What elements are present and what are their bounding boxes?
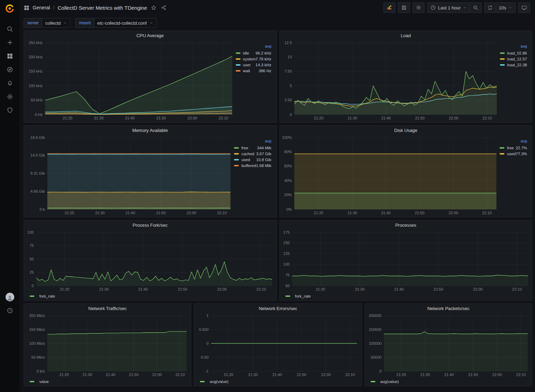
legend-series-load_2[interactable]: load_2 bbox=[507, 63, 519, 67]
svg-text:21:50: 21:50 bbox=[468, 373, 478, 377]
svg-text:250 kHz: 250 kHz bbox=[29, 41, 42, 45]
panel-title-process-fork[interactable]: Process Fork/sec bbox=[24, 220, 276, 230]
save-icon bbox=[401, 5, 407, 10]
save-dashboard-button[interactable] bbox=[398, 2, 410, 13]
cycle-view-mode-button[interactable] bbox=[518, 2, 530, 13]
zoom-out-button[interactable] bbox=[470, 2, 481, 13]
chart-load[interactable]: 12.5107.5052.50021:2021:3021:4021:5022:0… bbox=[281, 40, 500, 122]
legend-series-fork_rate[interactable]: fork_rate bbox=[295, 294, 311, 298]
panel-title-processes[interactable]: Processes bbox=[280, 220, 532, 230]
chart-svg: 250 kHz200 kHz150 kHz100 kHz50 kHz0 Hz21… bbox=[25, 40, 235, 122]
svg-text:20%: 20% bbox=[284, 193, 292, 197]
chart-svg: 200 Mb/s150 Mb/s100 Mb/s50 Mb/s0 b/s21:2… bbox=[25, 313, 189, 378]
svg-text:21:20: 21:20 bbox=[65, 211, 74, 215]
svg-text:21:50: 21:50 bbox=[156, 211, 166, 215]
svg-text:22:10: 22:10 bbox=[256, 287, 266, 291]
legend-series-load_1[interactable]: load_1 bbox=[507, 57, 519, 61]
sidebar-bottom: ? bbox=[2, 292, 17, 315]
svg-text:150 Mb/s: 150 Mb/s bbox=[29, 327, 45, 332]
svg-text:0: 0 bbox=[379, 369, 381, 373]
chevron-down-icon bbox=[463, 6, 467, 10]
legend-series-user[interactable]: user bbox=[243, 63, 251, 67]
panel-title-cpu-average[interactable]: CPU Average bbox=[24, 31, 276, 40]
panel-title-network-traffic[interactable]: Network Traffic/sec bbox=[24, 304, 191, 313]
variable-select-mount[interactable]: etc-collectd-collectd.conf bbox=[94, 18, 157, 28]
share-dashboard-button[interactable] bbox=[160, 4, 167, 11]
time-range-picker[interactable]: Last 1 hour bbox=[427, 2, 470, 13]
chart-network-packets[interactable]: 20000015000010000050000021:2021:3021:402… bbox=[366, 313, 530, 378]
sidebar-item-profile[interactable] bbox=[2, 292, 17, 301]
chart-process-fork[interactable]: 100755025021:2021:3021:4021:5022:0022:10 bbox=[25, 230, 275, 293]
sidebar-item-dashboards[interactable] bbox=[2, 51, 17, 60]
chart-disk-usage[interactable]: 100%80%60%40%20%0%21:2021:3021:4021:5022… bbox=[281, 135, 499, 216]
legend-network-traffic: value bbox=[25, 378, 189, 385]
legend-series-used[interactable]: used bbox=[241, 158, 250, 162]
legend-series-fork_rate[interactable]: fork_rate bbox=[39, 294, 55, 298]
legend-series-wait[interactable]: wait bbox=[243, 69, 250, 73]
svg-text:0.500: 0.500 bbox=[199, 327, 209, 332]
svg-text:-0.50: -0.50 bbox=[200, 355, 209, 359]
panel-load: Load12.5107.5052.50021:2021:3021:4021:50… bbox=[279, 31, 533, 123]
breadcrumb-folder[interactable]: General bbox=[33, 5, 50, 10]
panel-title-network-errors[interactable]: Network Errors/sec bbox=[194, 304, 361, 313]
sidebar-item-server-admin[interactable] bbox=[2, 106, 17, 115]
svg-text:22:00: 22:00 bbox=[449, 116, 459, 120]
panel-disk-usage: Disk Usage100%80%60%40%20%0%21:2021:3021… bbox=[279, 125, 533, 217]
sidebar-item-explore[interactable] bbox=[2, 65, 17, 74]
panel-title-network-packets[interactable]: Network Packets/sec bbox=[365, 304, 532, 313]
legend-value: 2.38 bbox=[519, 62, 527, 68]
legend-series-used[interactable]: used bbox=[507, 152, 516, 156]
favorite-star-button[interactable] bbox=[150, 4, 157, 11]
legend-series-load_0[interactable]: load_0 bbox=[507, 51, 519, 55]
sidebar-item-help[interactable]: ? bbox=[2, 306, 17, 315]
svg-text:9.31 Gib: 9.31 Gib bbox=[31, 171, 45, 175]
legend-series-cached[interactable]: cached bbox=[241, 152, 254, 156]
sidebar-item-search[interactable] bbox=[2, 24, 17, 33]
chart-processes[interactable]: 175150125100755021:2021:3021:4021:5022:0… bbox=[281, 230, 531, 293]
sidebar-item-alerting[interactable] bbox=[2, 78, 17, 87]
chart-memory-available[interactable]: 18.6 Gib14.0 Gib9.31 Gib4.66 Gib0 b21:20… bbox=[25, 135, 233, 216]
svg-text:22:00: 22:00 bbox=[188, 116, 197, 120]
chart-network-traffic[interactable]: 200 Mb/s150 Mb/s100 Mb/s50 Mb/s0 b/s21:2… bbox=[25, 313, 189, 378]
legend-series-free[interactable]: free bbox=[507, 146, 514, 150]
legend-swatch bbox=[236, 58, 241, 60]
svg-text:50 Mb/s: 50 Mb/s bbox=[31, 355, 45, 359]
svg-text:2.50: 2.50 bbox=[284, 98, 292, 102]
legend-swatch bbox=[200, 381, 205, 382]
legend-swatch bbox=[285, 295, 290, 297]
legend-value: 386 Hz bbox=[256, 68, 271, 74]
panel-title-memory-available[interactable]: Memory Available bbox=[24, 126, 276, 135]
chart-svg: 100755025021:2021:3021:4021:5022:0022:10 bbox=[25, 230, 275, 293]
chart-cpu-average[interactable]: 250 kHz200 kHz150 kHz100 kHz50 kHz0 Hz21… bbox=[25, 40, 235, 122]
add-panel-button[interactable] bbox=[383, 2, 395, 13]
legend-series-avg(value)[interactable]: avg(value) bbox=[210, 380, 228, 384]
dashboard-settings-button[interactable] bbox=[413, 2, 424, 13]
legend-series-idle[interactable]: idle bbox=[243, 51, 249, 55]
legend-series-free[interactable]: free bbox=[241, 146, 248, 150]
refresh-button[interactable] bbox=[484, 2, 496, 13]
sidebar-item-configuration[interactable] bbox=[2, 92, 17, 101]
svg-text:0: 0 bbox=[32, 284, 34, 288]
refresh-icon bbox=[487, 5, 493, 10]
chart-network-errors[interactable]: 10.5000-0.50-121:2021:3021:4021:5022:002… bbox=[196, 313, 360, 378]
grafana-logo[interactable] bbox=[2, 3, 17, 15]
legend-swatch bbox=[236, 52, 241, 54]
refresh-interval-dropdown[interactable]: 10s bbox=[496, 2, 516, 13]
panel-title-disk-usage[interactable]: Disk Usage bbox=[280, 126, 532, 135]
legend-series-buffered[interactable]: buffered bbox=[241, 164, 256, 168]
legend-series-value[interactable]: value bbox=[39, 380, 49, 384]
panel-title-load[interactable]: Load bbox=[280, 31, 532, 40]
legend-series-system[interactable]: system bbox=[243, 57, 256, 61]
sidebar-item-create[interactable] bbox=[2, 38, 17, 47]
svg-text:21:30: 21:30 bbox=[420, 373, 430, 377]
svg-text:22:10: 22:10 bbox=[217, 211, 227, 215]
shield-icon bbox=[7, 107, 13, 114]
svg-text:10: 10 bbox=[287, 55, 292, 59]
legend-series-avg(value)[interactable]: avg(value) bbox=[380, 380, 399, 384]
legend-swatch bbox=[234, 159, 239, 160]
variable-select-server[interactable]: collectd bbox=[42, 18, 71, 28]
legend-swatch bbox=[500, 153, 504, 155]
svg-text:21:20: 21:20 bbox=[63, 116, 73, 120]
svg-text:21:30: 21:30 bbox=[99, 287, 109, 291]
svg-text:21:50: 21:50 bbox=[297, 373, 307, 377]
